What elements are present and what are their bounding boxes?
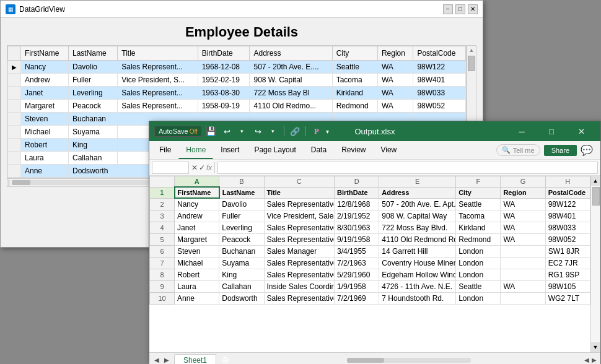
list-item[interactable]: 9LauraCallahanInside Sales Coordinator1/… [150, 281, 590, 293]
ribbon-tab-review[interactable]: Review [334, 142, 373, 159]
col-header-G[interactable]: G [501, 176, 545, 188]
undo-dropdown-icon[interactable]: ▾ [235, 124, 249, 138]
excel-window: AutoSave Off 💾 ↩ ▾ ↪ ▾ 🔗 P ▾ Output.xlsx… [149, 121, 601, 362]
list-item[interactable]: 8RobertKingSales Representative5/29/1960… [150, 269, 590, 281]
col-title: Title [118, 46, 198, 61]
autosave-toggle[interactable]: AutoSave Off [154, 126, 202, 137]
undo-icon[interactable]: ↩ [221, 124, 234, 138]
redo-dropdown-icon[interactable]: ▾ [266, 124, 280, 138]
minimize-button[interactable]: − [443, 4, 453, 14]
excel-minimize-button[interactable]: ─ [507, 123, 536, 140]
col-birthdate: BirthDate [198, 46, 250, 61]
col-header-D[interactable]: D [335, 176, 379, 188]
col-region: Region [377, 46, 413, 61]
list-item[interactable]: 2NancyDavolioSales Representative12/8/19… [150, 198, 590, 210]
formula-input[interactable]: FirstName [217, 162, 598, 174]
list-item[interactable]: 7MichaelSuyamaSales Representative7/2/19… [150, 258, 590, 269]
dgv-title: DataGridView [19, 5, 65, 14]
restore-button[interactable]: □ [455, 4, 465, 14]
comment-icon[interactable]: 💬 [581, 144, 593, 156]
formula-bar: A1 ✕ ✓ fx FirstName [149, 160, 600, 176]
add-sheet-button[interactable]: ⊕ [216, 354, 234, 364]
excel-titlebar: AutoSave Off 💾 ↩ ▾ ↪ ▾ 🔗 P ▾ Output.xlsx… [149, 121, 600, 141]
list-item[interactable]: 6StevenBuchananSales Manager3/4/195514 G… [150, 246, 590, 258]
table-row[interactable]: Margaret Peacock Sales Represent... 1958… [8, 100, 466, 113]
excel-close-button[interactable]: ✕ [567, 123, 595, 140]
formula-cancel-icon[interactable]: ✕ [191, 163, 198, 172]
close-button[interactable]: ✕ [468, 4, 478, 14]
save-icon[interactable]: 💾 [204, 124, 218, 138]
excel-restore-button[interactable]: □ [537, 123, 566, 140]
list-item[interactable]: 5MargaretPeacockSales Representative9/19… [150, 234, 590, 246]
col-header-B[interactable]: B [219, 176, 264, 188]
col-firstname: FirstName [21, 46, 69, 61]
col-header-E[interactable]: E [379, 176, 456, 188]
cell-reference-box[interactable]: A1 [152, 162, 189, 174]
col-header-H[interactable]: H [545, 176, 590, 188]
sheet1-tab[interactable]: Sheet1 [174, 354, 216, 364]
excel-filename: Output.xlsx [354, 127, 395, 136]
column-header-row: ABCDEFGH [150, 176, 590, 188]
autosave-label: AutoSave [159, 128, 188, 135]
col-city: City [332, 46, 377, 61]
ribbon-tab-file[interactable]: File [152, 142, 178, 159]
table-row[interactable]: ▶ Nancy Davolio Sales Represent... 1968-… [8, 61, 466, 74]
tell-me-input[interactable]: Tell me [513, 147, 535, 154]
share-button[interactable]: Share [544, 145, 577, 156]
col-header-A[interactable]: A [175, 176, 219, 188]
prev-sheet-icon[interactable]: ◀ [152, 357, 162, 363]
list-item[interactable]: 4JanetLeverlingSales Representative8/30/… [150, 222, 590, 234]
app-icon: ▦ [6, 4, 15, 14]
ribbon-right: 🔍 Tell me Share 💬 [496, 144, 598, 156]
table-row[interactable]: Janet Leverling Sales Represent... 1963-… [8, 87, 466, 100]
col-header-F[interactable]: F [456, 176, 501, 188]
col-address: Address [250, 46, 332, 61]
excel-window-controls: ─ □ ✕ [507, 123, 595, 140]
redo-icon[interactable]: ↪ [252, 124, 265, 138]
ribbon-tab-home[interactable]: Home [178, 142, 213, 159]
col-header-C[interactable]: C [264, 176, 335, 188]
dgv-titlebar-controls: − □ ✕ [443, 4, 478, 14]
ribbon-tab-page-layout[interactable]: Page Layout [247, 142, 303, 159]
list-item[interactable]: 3AndrewFullerVice President, Sales2/19/1… [150, 210, 590, 222]
chain-icon[interactable]: 🔗 [288, 124, 302, 138]
data-header-row: 1FirstNameLastNameTitleBirthDateAddressC… [150, 187, 590, 198]
autosave-state: Off [190, 128, 198, 135]
dgv-heading: Employee Details [1, 18, 483, 45]
dgv-titlebar: ▦ DataGridView − □ ✕ [1, 1, 483, 18]
excel-spreadsheet: ABCDEFGH1FirstNameLastNameTitleBirthDate… [149, 176, 590, 305]
formula-confirm-icon[interactable]: ✓ [199, 163, 205, 172]
ribbon-tab-insert[interactable]: Insert [213, 142, 247, 159]
ribbon-tab-view[interactable]: View [373, 142, 404, 159]
vertical-scrollbar[interactable]: ▲ ▼ [590, 176, 600, 352]
pdf-icon[interactable]: P [310, 124, 323, 138]
list-item[interactable]: 10AnneDodsworthSales Representative7/2/1… [150, 293, 590, 305]
excel-ribbon: FileHomeInsertPage LayoutDataReviewView … [149, 141, 600, 160]
ribbon-tab-data[interactable]: Data [304, 142, 334, 159]
next-sheet-icon[interactable]: ▶ [162, 357, 172, 363]
search-icon: 🔍 [502, 146, 511, 154]
dgv-titlebar-left: ▦ DataGridView [6, 4, 65, 14]
formula-fx-icon[interactable]: fx [206, 163, 212, 172]
col-lastname: LastName [69, 46, 118, 61]
col-postalcode: PostalCode [413, 46, 466, 61]
table-row[interactable]: Andrew Fuller Vice President, S... 1952-… [8, 74, 466, 87]
